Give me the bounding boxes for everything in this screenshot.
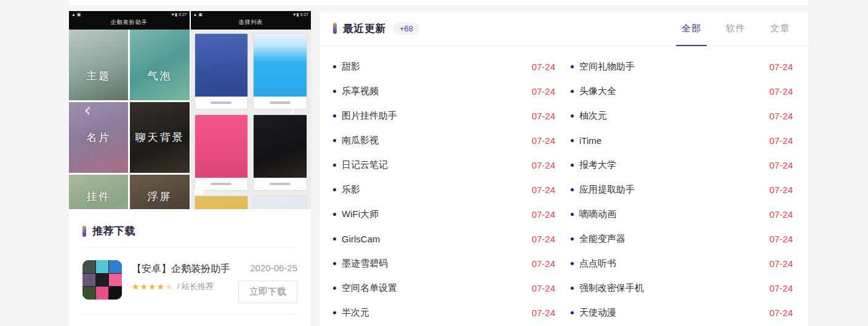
item-title[interactable]: 甜影 <box>342 61 360 73</box>
carousel-prev-icon[interactable]: ‹ <box>84 101 91 119</box>
update-list: 甜影 07-24 乐享视频 07-24 图片挂件助手 07-24 南瓜影视 07… <box>320 46 808 325</box>
app-thumbnail[interactable] <box>82 260 122 300</box>
bullet-icon <box>333 65 336 68</box>
bullet-icon <box>333 287 336 290</box>
tile-float: 浮屏 <box>130 175 189 209</box>
tab-all[interactable]: 全部 <box>681 11 701 46</box>
download-item-right: 2020-06-25 立即下载 <box>238 260 297 303</box>
item-date: 07-24 <box>763 135 793 146</box>
item-title[interactable]: 墨迹雪碧码 <box>342 258 388 269</box>
item-title[interactable]: 报考大学 <box>579 159 616 171</box>
bullet-icon <box>571 114 574 117</box>
list-item[interactable]: 甜影 07-24 <box>333 54 555 79</box>
item-date: 07-24 <box>526 308 555 318</box>
item-title[interactable]: 天使动漫 <box>579 307 616 319</box>
download-now-button[interactable]: 立即下载 <box>238 280 297 303</box>
list-item[interactable]: 点点听书 07-24 <box>571 251 793 276</box>
bullet-icon <box>571 237 574 241</box>
item-date: 07-24 <box>526 160 555 170</box>
tile-chat-bg: 聊天背景 <box>130 102 189 173</box>
bullet-icon <box>333 114 336 117</box>
item-title[interactable]: iTime <box>579 135 601 146</box>
page-header-bottom-strip <box>69 0 808 5</box>
bullet-icon <box>333 164 336 167</box>
carousel-next-icon[interactable]: › <box>289 101 296 119</box>
item-title[interactable]: WiFi大师 <box>342 209 379 220</box>
item-date: 07-24 <box>526 258 555 269</box>
item-title[interactable]: 乐享视频 <box>342 85 379 97</box>
item-title[interactable]: 柚次元 <box>579 110 607 122</box>
list-item[interactable]: 乐享视频 07-24 <box>333 79 555 103</box>
item-date: 07-24 <box>763 160 793 170</box>
bullet-icon <box>333 139 336 142</box>
list-item[interactable]: 乐影 07-24 <box>333 177 555 202</box>
recommend-download-item[interactable]: 【安卓】企鹅装扮助手 ★★★★ ★ / 站长推荐 2020-06-25 立即下载 <box>69 248 311 314</box>
recent-updates-header: 最近更新 +68 全部 软件 文章 <box>320 11 808 46</box>
tile-bubble: 气泡 <box>130 30 189 100</box>
tab-articles[interactable]: 文章 <box>770 11 790 46</box>
download-item-date: 2020-06-25 <box>238 263 297 273</box>
status-icons-left: ▲ ▣ <box>193 12 203 17</box>
item-title[interactable]: 日记云笔记 <box>342 159 388 171</box>
item-title[interactable]: 南瓜影视 <box>342 135 379 146</box>
screenshot-carousel[interactable]: ▲ ▣ ▼▮ 9:27 企鹅装扮助手 主题 气泡 名片 聊天背景 挂件 浮屏 ▲… <box>69 11 311 209</box>
list-item[interactable]: 全能变声器 07-24 <box>571 226 793 251</box>
new-count-badge: +68 <box>393 22 419 35</box>
list-item[interactable]: 墨迹雪碧码 07-24 <box>333 251 555 276</box>
list-item[interactable]: iTime 07-24 <box>571 128 793 153</box>
item-date: 07-24 <box>526 62 555 72</box>
item-date: 07-24 <box>763 111 793 121</box>
tile-label: 名片 <box>86 130 111 145</box>
item-title[interactable]: 空间礼物助手 <box>579 61 635 73</box>
list-item[interactable]: 南瓜影视 07-24 <box>333 128 555 153</box>
list-item[interactable]: 头像大全 07-24 <box>571 79 793 103</box>
list-item[interactable]: 空间名单设置 07-24 <box>333 276 555 300</box>
item-title[interactable]: 头像大全 <box>579 85 616 97</box>
item-title[interactable]: 图片挂件助手 <box>342 110 397 122</box>
star-rating-icon: ★★★★ <box>132 282 165 292</box>
item-title[interactable]: 点点听书 <box>579 258 616 269</box>
list-item[interactable]: 图片挂件助手 07-24 <box>333 103 555 128</box>
item-date: 07-24 <box>763 209 793 220</box>
item-date: 07-24 <box>526 86 555 97</box>
item-title[interactable]: 半次元 <box>342 307 369 319</box>
item-date: 07-24 <box>526 185 555 195</box>
list-item[interactable]: 报考大学 07-24 <box>571 153 793 177</box>
status-icons-left: ▲ ▣ <box>71 12 81 17</box>
item-title[interactable]: 乐影 <box>342 184 360 196</box>
tile-label: 聊天背景 <box>135 130 184 145</box>
bullet-icon <box>333 237 336 241</box>
list-item[interactable]: 柚次元 07-24 <box>571 103 793 128</box>
phone1-title: 企鹅装扮助手 <box>69 17 190 28</box>
item-date: 07-24 <box>526 283 555 293</box>
theme-card <box>253 114 307 191</box>
theme-card <box>195 114 249 191</box>
tile-theme: 主题 <box>69 30 128 100</box>
item-title[interactable]: 嘀嘀动画 <box>579 209 616 220</box>
list-item[interactable]: 应用提取助手 07-24 <box>571 177 793 202</box>
item-title[interactable]: GirlsCam <box>342 234 380 244</box>
list-item[interactable]: GirlsCam 07-24 <box>333 226 555 251</box>
item-title[interactable]: 强制改密保手机 <box>579 282 644 294</box>
carousel-indicator[interactable] <box>194 189 204 195</box>
phone2-title: 选择列表 <box>191 17 311 28</box>
bullet-icon <box>333 90 336 93</box>
bullet-icon <box>571 262 574 265</box>
divider <box>82 314 297 315</box>
download-item-title[interactable]: 【安卓】企鹅装扮助手 <box>132 263 238 275</box>
list-item[interactable]: 日记云笔记 07-24 <box>333 153 555 177</box>
item-title[interactable]: 应用提取助手 <box>579 184 635 196</box>
list-item[interactable]: 强制改密保手机 07-24 <box>571 276 793 300</box>
theme-card <box>253 196 307 209</box>
list-item[interactable]: 天使动漫 07-24 <box>571 300 793 325</box>
recent-updates-card: 最近更新 +68 全部 软件 文章 甜影 07-24 乐享视频 07-24 图片… <box>320 11 808 326</box>
list-item[interactable]: 空间礼物助手 07-24 <box>571 54 793 79</box>
list-item[interactable]: 嘀嘀动画 07-24 <box>571 202 793 226</box>
item-title[interactable]: 全能变声器 <box>579 233 625 245</box>
list-item[interactable]: 半次元 07-24 <box>333 300 555 325</box>
tab-software[interactable]: 软件 <box>726 11 745 46</box>
bullet-icon <box>333 188 336 191</box>
bullet-icon <box>571 65 574 68</box>
item-title[interactable]: 空间名单设置 <box>342 282 397 294</box>
list-item[interactable]: WiFi大师 07-24 <box>333 202 555 226</box>
